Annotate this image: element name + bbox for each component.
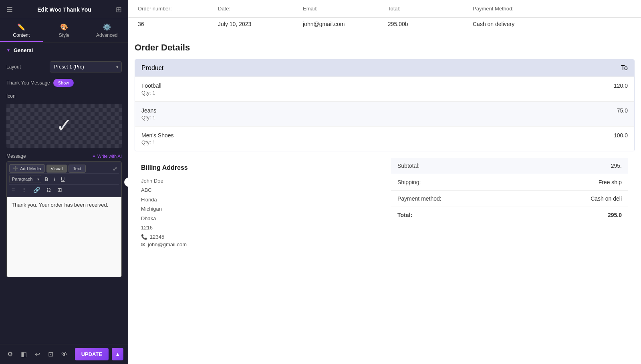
icon-preview[interactable]: ✓: [6, 104, 122, 148]
subtotal-label: Subtotal:: [397, 163, 419, 169]
product-price-jeans: 75.0: [617, 107, 628, 114]
layout-label: Layout: [6, 64, 46, 70]
paragraph-select-wrapper: Paragraph Heading 1 Heading 2: [9, 175, 41, 183]
special-char-button[interactable]: Ω: [44, 186, 53, 194]
billing-phone: 📞 12345: [141, 234, 378, 240]
summary-section: Subtotal: 295. Shipping: Free ship Payme…: [385, 158, 635, 254]
payment-row: Payment method: Cash on deli: [391, 190, 628, 207]
history-icon-button[interactable]: ↩: [32, 348, 42, 360]
content-tab-icon: ✏️: [17, 23, 25, 31]
layout-select[interactable]: Preset 1 (Pro) Preset 2 Preset 3: [50, 61, 122, 72]
product-price-football: 120.0: [614, 82, 628, 89]
thank-you-message-label: Thank You Message: [6, 80, 50, 86]
settings-icon-button[interactable]: ⚙: [5, 348, 15, 360]
shipping-label: Shipping:: [397, 179, 421, 185]
update-dropdown-button[interactable]: ▲: [112, 348, 123, 360]
product-table: Product To Football Qty: 1 120.0 Jeans Q…: [135, 59, 635, 151]
billing-name: John Doe: [141, 176, 378, 185]
payment-method-header: Payment Method:: [470, 3, 550, 14]
date-value: July 10, 2023: [215, 18, 300, 30]
bold-button[interactable]: B: [42, 175, 50, 183]
total-value: 295.00b: [385, 18, 470, 30]
unordered-list-button[interactable]: ≡: [9, 186, 17, 194]
empty-value: [550, 18, 635, 30]
total-value: 295.0: [608, 212, 622, 218]
checkmark-icon: ✓: [56, 116, 72, 135]
icon-preview-wrapper: ✓: [6, 104, 122, 148]
billing-region: Michigan: [141, 204, 378, 213]
toolbar-row2: Paragraph Heading 1 Heading 2 B I U: [9, 174, 119, 185]
responsive-icon-button[interactable]: ⊡: [46, 348, 56, 360]
add-media-button[interactable]: ➕ Add Media: [9, 164, 45, 173]
add-media-icon: ➕: [13, 166, 18, 171]
right-panel: Order number: Date: Email: Total: Paymen…: [128, 0, 641, 364]
subtotal-value: 295.: [611, 163, 622, 169]
show-toggle-button[interactable]: Show: [53, 79, 74, 87]
panel-bottom: ⚙ ◧ ↩ ⊡ 👁 UPDATE ▲: [0, 344, 128, 364]
email-header: Email:: [300, 3, 385, 14]
underline-button[interactable]: U: [58, 175, 67, 183]
message-header: Message ✦ Write with AI: [0, 149, 128, 161]
product-price-shoes: 100.0: [614, 132, 628, 139]
toolbar-row1: ➕ Add Media Visual Text ⤢: [9, 163, 119, 174]
text-view-button[interactable]: Text: [69, 165, 85, 173]
billing-email: ✉ john@gmail.com: [141, 241, 378, 247]
thank-you-message-row: Thank You Message Show: [0, 76, 128, 90]
tab-advanced[interactable]: ⚙️ Advanced: [85, 19, 128, 42]
fullscreen-button[interactable]: ⤢: [111, 165, 119, 173]
order-number-header: Order number:: [135, 3, 215, 14]
general-section-header[interactable]: ▼ General: [0, 42, 128, 58]
tab-style[interactable]: 🎨 Style: [43, 19, 86, 42]
tab-content[interactable]: ✏️ Content: [0, 19, 43, 42]
total-label: Total:: [397, 212, 412, 218]
paragraph-select[interactable]: Paragraph Heading 1 Heading 2: [9, 175, 41, 183]
write-with-ai-button[interactable]: ✦ Write with AI: [92, 154, 122, 159]
product-name-shoes: Men's Shoes: [141, 132, 174, 139]
toolbar-row3: ≡ ⋮ 🔗 Ω ⊞: [9, 185, 119, 195]
payment-method-value: Cash on delivery: [470, 18, 550, 30]
grid-icon[interactable]: ⊞: [116, 5, 122, 14]
editor-area[interactable]: Thank you. Your order has been received.: [6, 197, 122, 277]
panel-content: ▼ General Layout Preset 1 (Pro) Preset 2…: [0, 42, 128, 364]
eye-icon-button[interactable]: 👁: [59, 348, 70, 360]
product-table-header: Product To: [135, 60, 634, 76]
product-name-football: Football: [141, 82, 161, 89]
order-details-section: Order Details Product To Football Qty: 1…: [128, 34, 641, 254]
panel-header: ☰ Edit Woo Thank You ⊞: [0, 0, 128, 19]
order-header-row: Order number: Date: Email: Total: Paymen…: [128, 0, 641, 18]
product-row-jeans: Jeans Qty: 1 75.0: [135, 101, 634, 126]
order-value-row: 36 July 10, 2023 john@gmail.com 295.00b …: [128, 18, 641, 34]
billing-section: Billing Address John Doe ABC Florida Mic…: [135, 158, 385, 254]
message-label: Message: [6, 153, 26, 159]
product-row-football: Football Qty: 1 120.0: [135, 76, 634, 101]
style-tab-icon: 🎨: [60, 23, 68, 31]
link-button[interactable]: 🔗: [31, 186, 42, 194]
table-button[interactable]: ⊞: [55, 186, 65, 194]
icon-label: Icon: [6, 93, 46, 99]
ordered-list-button[interactable]: ⋮: [19, 186, 29, 194]
billing-phone-number: 12345: [150, 234, 164, 240]
tab-content-label: Content: [13, 32, 30, 38]
product-row-shoes: Men's Shoes Qty: 1 100.0: [135, 126, 634, 151]
billing-summary-row: Billing Address John Doe ABC Florida Mic…: [135, 158, 635, 254]
left-panel: ☰ Edit Woo Thank You ⊞ ✏️ Content 🎨 Styl…: [0, 0, 128, 364]
product-qty-jeans: Qty: 1: [141, 115, 156, 121]
hamburger-icon[interactable]: ☰: [6, 5, 13, 14]
layers-icon-button[interactable]: ◧: [18, 348, 29, 360]
billing-company: ABC: [141, 185, 378, 195]
billing-title: Billing Address: [141, 164, 378, 171]
billing-state: Florida: [141, 195, 378, 204]
product-qty-shoes: Qty: 1: [141, 139, 174, 145]
payment-label: Payment method:: [397, 195, 441, 202]
update-button[interactable]: UPDATE: [75, 348, 109, 360]
advanced-tab-icon: ⚙️: [103, 23, 111, 31]
italic-button[interactable]: I: [51, 175, 58, 183]
email-icon: ✉: [141, 241, 145, 247]
layout-select-wrapper: Preset 1 (Pro) Preset 2 Preset 3: [50, 61, 122, 72]
ai-icon: ✦: [92, 154, 96, 159]
billing-city: Dhaka: [141, 214, 378, 223]
email-value: john@gmail.com: [300, 18, 385, 30]
payment-value: Cash on deli: [591, 195, 622, 202]
visual-view-button[interactable]: Visual: [46, 165, 67, 173]
panel-tabs: ✏️ Content 🎨 Style ⚙️ Advanced: [0, 19, 128, 42]
